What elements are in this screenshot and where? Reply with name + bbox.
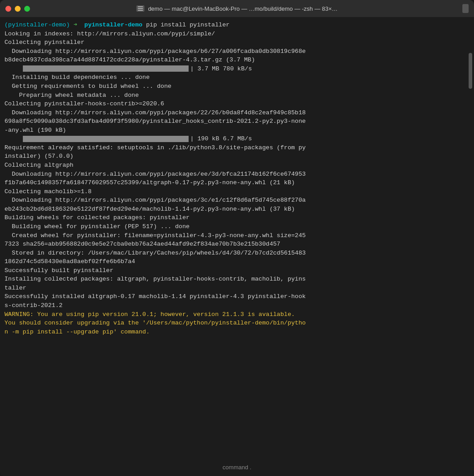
titlebar: demo — mac@Levin-MacBook-Pro — …mo/build… bbox=[0, 0, 474, 17]
titlebar-title: demo — mac@Levin-MacBook-Pro — …mo/build… bbox=[148, 5, 337, 12]
window-icon bbox=[136, 5, 144, 12]
close-button[interactable] bbox=[5, 6, 11, 12]
scrollbar[interactable] bbox=[469, 53, 472, 89]
bottom-label: command . bbox=[223, 464, 251, 471]
maximize-button[interactable] bbox=[24, 6, 30, 12]
scroll-indicator bbox=[462, 4, 469, 13]
titlebar-center: demo — mac@Levin-MacBook-Pro — …mo/build… bbox=[136, 5, 337, 12]
terminal-output: (pyinstaller-demo) ➜ pyinstaller-demo pi… bbox=[4, 21, 470, 336]
minimize-button[interactable] bbox=[15, 6, 21, 12]
svg-rect-1 bbox=[138, 8, 143, 9]
terminal-body[interactable]: (pyinstaller-demo) ➜ pyinstaller-demo pi… bbox=[0, 17, 474, 476]
svg-rect-2 bbox=[138, 10, 143, 11]
svg-rect-0 bbox=[138, 6, 143, 7]
traffic-lights bbox=[5, 6, 30, 12]
terminal-window: demo — mac@Levin-MacBook-Pro — …mo/build… bbox=[0, 0, 474, 476]
